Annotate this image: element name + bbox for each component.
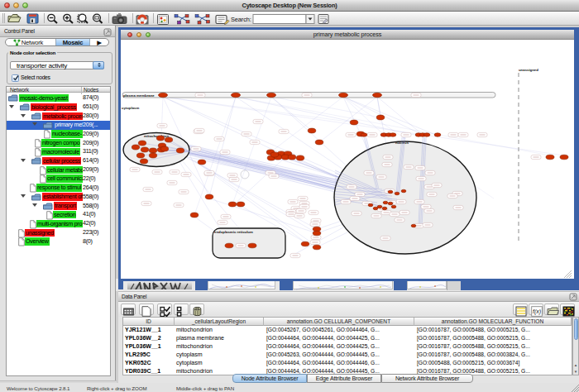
svg-text:unassigned: unassigned	[519, 68, 538, 72]
svg-text:endoplasmic reticulum: endoplasmic reticulum	[214, 230, 253, 234]
svg-text:plasma membrane: plasma membrane	[123, 93, 155, 98]
svg-text:Search:: Search:	[231, 16, 251, 23]
svg-text:cytoplasm: cytoplasm	[122, 106, 139, 110]
svg-text:f(x): f(x)	[533, 308, 541, 315]
